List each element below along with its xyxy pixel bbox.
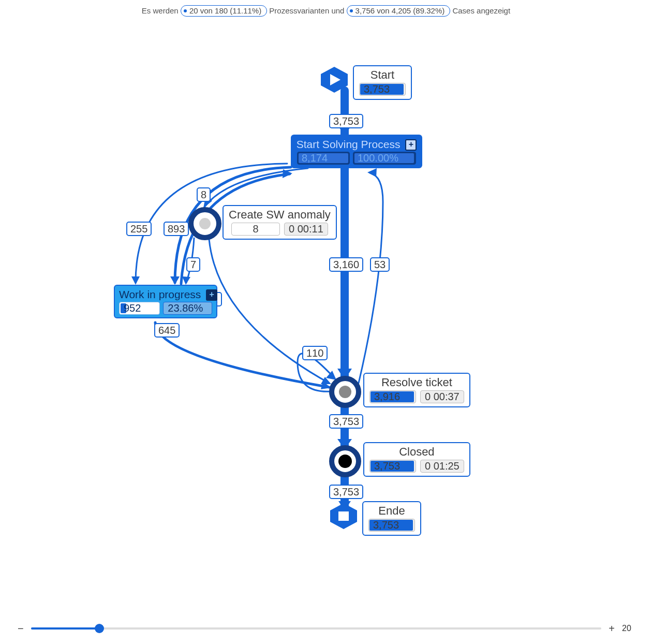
- slider-value: 20: [622, 624, 634, 633]
- edge-resolve-closed[interactable]: 3,753: [329, 414, 363, 429]
- end-node-icon[interactable]: [328, 502, 359, 530]
- closed-title: Closed: [369, 445, 464, 459]
- resolve-title: Resolve ticket: [369, 376, 464, 389]
- node-resolve-label[interactable]: Resolve ticket 3,916 0 00:37: [363, 373, 470, 407]
- closed-time: 0 01:25: [420, 460, 464, 473]
- solving-count: 8,174: [297, 152, 350, 165]
- svg-marker-9: [367, 168, 377, 177]
- edge-solving-resolve[interactable]: 3,160: [329, 257, 363, 272]
- edge-resolve-solving[interactable]: 53: [370, 257, 390, 272]
- summary-suffix: Cases angezeigt: [452, 6, 510, 15]
- filter-summary: Es werden 20 von 180 (11.11%) Prozessvar…: [0, 0, 652, 17]
- plus-icon[interactable]: +: [609, 623, 615, 635]
- start-count: 3,753: [359, 83, 406, 96]
- end-node-label[interactable]: Ende 3,753: [362, 501, 421, 536]
- start-node-icon[interactable]: [319, 66, 350, 94]
- node-anomaly-label[interactable]: Create SW anomaly 8 0 00:11: [223, 205, 337, 240]
- anomaly-time: 0 00:11: [284, 223, 328, 236]
- resolve-time: 0 00:37: [420, 390, 464, 403]
- variant-slider[interactable]: [31, 627, 602, 630]
- svg-rect-16: [338, 511, 349, 521]
- cases-pill[interactable]: 3,756 von 4,205 (89.32%): [347, 5, 451, 17]
- node-start-solving[interactable]: Start Solving Process + 8,174 100.00%: [291, 135, 422, 168]
- edge-solving-wip-893[interactable]: 893: [164, 222, 189, 236]
- end-title: Ende: [368, 504, 415, 518]
- edge-start-solving[interactable]: 3,753: [329, 114, 363, 128]
- variant-slider-bar: − + 20: [0, 613, 652, 644]
- closed-count: 3,753: [369, 460, 416, 473]
- minus-icon[interactable]: −: [18, 623, 24, 635]
- wip-pct: 23.86%: [163, 302, 212, 315]
- edge-anomaly-wip[interactable]: 7: [186, 257, 200, 272]
- node-closed-label[interactable]: Closed 3,753 0 01:25: [363, 442, 470, 477]
- start-title: Start: [359, 68, 406, 82]
- edge-resolve-self[interactable]: 110: [302, 346, 328, 360]
- summary-mid: Prozessvarianten und: [269, 6, 344, 15]
- solving-pct: 100.00%: [353, 152, 416, 165]
- solving-title: Start Solving Process: [297, 138, 401, 150]
- svg-marker-3: [170, 276, 180, 285]
- svg-marker-5: [182, 276, 190, 285]
- edge-solving-anomaly[interactable]: 8: [197, 187, 211, 202]
- expand-icon[interactable]: +: [405, 139, 417, 151]
- process-graph[interactable]: 3,753 8 3,160 53 255 893 7 1 645 110 3,7…: [0, 21, 652, 590]
- expand-icon[interactable]: +: [206, 289, 217, 301]
- node-wip[interactable]: Work in progress + 952 23.86%: [114, 285, 217, 318]
- svg-marker-6: [321, 377, 331, 384]
- anomaly-count: 8: [231, 223, 280, 236]
- node-anomaly-circle[interactable]: [188, 207, 221, 240]
- node-resolve-circle[interactable]: [329, 376, 361, 408]
- end-count: 3,753: [368, 519, 415, 532]
- edge-solving-wip-255[interactable]: 255: [126, 222, 152, 236]
- resolve-count: 3,916: [369, 390, 416, 403]
- edge-wip-resolve[interactable]: 645: [154, 323, 180, 338]
- summary-prefix: Es werden: [142, 6, 179, 15]
- svg-marker-10: [326, 371, 336, 380]
- edge-closed-end[interactable]: 3,753: [329, 485, 363, 499]
- anomaly-title: Create SW anomaly: [229, 208, 331, 222]
- svg-marker-4: [131, 276, 140, 285]
- wip-title: Work in progress: [119, 288, 201, 300]
- node-closed-circle[interactable]: [329, 445, 361, 477]
- variants-pill[interactable]: 20 von 180 (11.11%): [181, 5, 267, 17]
- start-node-label[interactable]: Start 3,753: [353, 65, 412, 100]
- wip-count: 952: [119, 302, 160, 315]
- svg-marker-8: [283, 169, 292, 178]
